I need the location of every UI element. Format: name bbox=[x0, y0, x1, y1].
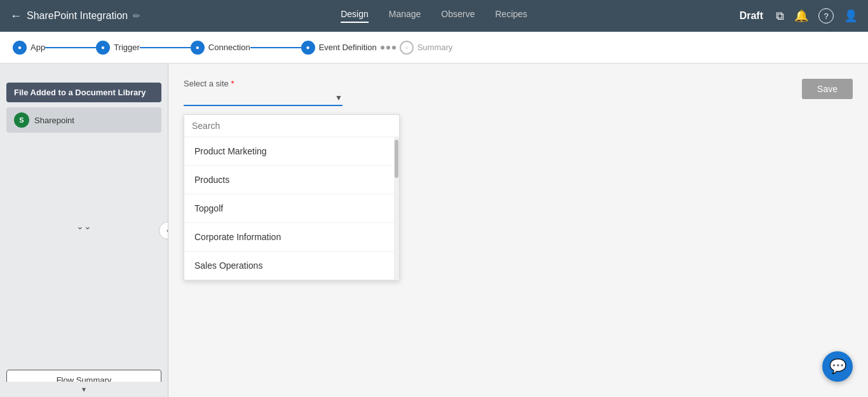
edit-icon[interactable]: ✏ bbox=[133, 11, 140, 21]
dropdown-item-corporate-information[interactable]: Corporate Information bbox=[184, 223, 394, 252]
dot-2 bbox=[386, 46, 390, 50]
select-site-label: Select a site * bbox=[184, 79, 853, 88]
step-dots bbox=[381, 46, 396, 50]
step-app-label: App bbox=[31, 43, 45, 52]
stepper: ● App ● Trigger ● Connection ● Event Def… bbox=[0, 32, 868, 64]
user-icon[interactable]: 👤 bbox=[844, 9, 858, 23]
help-icon[interactable]: ? bbox=[818, 8, 834, 24]
step-event-circle: ● bbox=[301, 41, 315, 55]
bell-icon[interactable]: 🔔 bbox=[794, 9, 808, 23]
nav-tab-design[interactable]: Design bbox=[341, 9, 369, 23]
step-connection[interactable]: ● Connection bbox=[191, 41, 250, 55]
step-summary-label: Summary bbox=[417, 43, 453, 52]
step-connection-label: Connection bbox=[208, 43, 250, 52]
top-navigation: ← SharePoint Integration ✏ DesignManageO… bbox=[0, 0, 868, 32]
dropdown-panel: Product MarketingProductsTopgolfCorporat… bbox=[184, 114, 400, 281]
step-app[interactable]: ● App bbox=[13, 41, 45, 55]
step-event-definition[interactable]: ● Event Definition bbox=[301, 41, 377, 55]
dropdown-item-product-marketing[interactable]: Product Marketing bbox=[184, 137, 394, 166]
dropdown-item-products[interactable]: Products bbox=[184, 166, 394, 194]
dropdown-search-box[interactable] bbox=[184, 115, 399, 137]
dot-3 bbox=[392, 46, 396, 50]
step-event-label: Event Definition bbox=[319, 43, 377, 52]
dropdown-arrow-icon: ▼ bbox=[335, 93, 342, 102]
top-nav-icons: ⧉ 🔔 ? 👤 bbox=[776, 8, 858, 24]
step-app-circle: ● bbox=[13, 41, 27, 55]
draft-label: Draft bbox=[740, 10, 763, 22]
sidebar: File Added to a Document Library S Share… bbox=[0, 64, 168, 397]
scroll-down-arrow[interactable]: ▾ bbox=[0, 382, 168, 397]
sharepoint-icon: S bbox=[14, 112, 29, 128]
step-connection-circle: ● bbox=[191, 41, 205, 55]
back-button[interactable]: ← bbox=[10, 10, 22, 23]
dropdown-list: Product MarketingProductsTopgolfCorporat… bbox=[184, 137, 394, 280]
step-summary-circle: ○ bbox=[400, 41, 414, 55]
step-summary[interactable]: ○ Summary bbox=[400, 41, 453, 55]
sharepoint-label: Sharepoint bbox=[34, 116, 74, 125]
sidebar-sharepoint-item[interactable]: S Sharepoint bbox=[6, 107, 161, 133]
external-link-icon[interactable]: ⧉ bbox=[776, 10, 784, 23]
site-dropdown-trigger[interactable]: ▼ bbox=[184, 91, 342, 106]
dropdown-item-sales-operations[interactable]: Sales Operations bbox=[184, 252, 394, 280]
main-content: Select a site * ▼ Product MarketingProdu… bbox=[168, 64, 868, 397]
scrollbar[interactable] bbox=[394, 137, 399, 280]
step-trigger-label: Trigger bbox=[114, 43, 140, 52]
sidebar-content: File Added to a Document Library S Share… bbox=[0, 76, 168, 215]
app-title: SharePoint Integration bbox=[27, 10, 128, 22]
required-marker: * bbox=[231, 79, 234, 88]
dot-1 bbox=[381, 46, 384, 50]
step-trigger-circle: ● bbox=[96, 41, 110, 55]
sidebar-chevron[interactable]: ⌄⌄ bbox=[0, 215, 168, 238]
nav-tab-manage[interactable]: Manage bbox=[389, 9, 421, 23]
step-line-1 bbox=[45, 47, 96, 48]
chat-fab-button[interactable]: 💬 bbox=[822, 351, 853, 382]
main-layout: File Added to a Document Library S Share… bbox=[0, 64, 868, 397]
search-input[interactable] bbox=[192, 121, 391, 131]
step-trigger[interactable]: ● Trigger bbox=[96, 41, 140, 55]
dropdown-scroll-container: Product MarketingProductsTopgolfCorporat… bbox=[184, 137, 399, 280]
step-line-3 bbox=[250, 47, 301, 48]
nav-tab-recipes[interactable]: Recipes bbox=[495, 9, 527, 23]
dropdown-item-topgolf[interactable]: Topgolf bbox=[184, 194, 394, 223]
save-button[interactable]: Save bbox=[802, 79, 853, 99]
nav-tabs: DesignManageObserveRecipes bbox=[341, 9, 527, 23]
scrollbar-thumb bbox=[395, 140, 398, 178]
step-line-2 bbox=[140, 47, 191, 48]
nav-tab-observe[interactable]: Observe bbox=[441, 9, 475, 23]
sidebar-card: File Added to a Document Library bbox=[6, 83, 161, 102]
